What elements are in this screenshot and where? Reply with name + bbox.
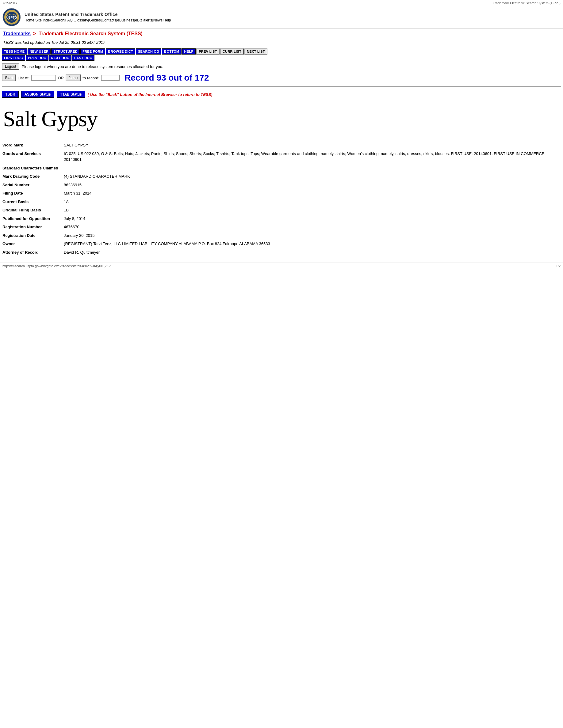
last-doc-button[interactable]: LAST DOC [72, 55, 94, 61]
search-og-button[interactable]: SEARCH OG [136, 48, 161, 55]
nav-home[interactable]: Home [25, 18, 34, 22]
assign-status-button[interactable]: ASSIGN Status [21, 91, 54, 98]
field-label: Current Basis [0, 198, 61, 206]
new-user-button[interactable]: NEW USER [28, 48, 51, 55]
field-value: 4676670 [61, 223, 563, 231]
table-row: Filing DateMarch 31, 2014 [0, 189, 563, 198]
field-label: Filing Date [0, 189, 61, 198]
table-row: Current Basis1A [0, 198, 563, 206]
bottom-button[interactable]: BOTTOM [162, 48, 181, 55]
prev-list-button[interactable]: PREV LIST [196, 48, 219, 55]
table-row: Original Filing Basis1B [0, 206, 563, 214]
table-row: Word MarkSALT GYPSY [0, 141, 563, 150]
nav-help[interactable]: Help [163, 18, 171, 22]
table-row: Registration Number4676670 [0, 223, 563, 231]
nav-contacts[interactable]: Contacts [102, 18, 116, 22]
field-label: Standard Characters Claimed [0, 164, 61, 173]
divider [2, 86, 561, 87]
toolbar-row2: FIRST DOC PREV DOC NEXT DOC LAST DOC [2, 55, 561, 61]
nav-site-index[interactable]: Site Index [35, 18, 51, 22]
uspto-logo: USPTO [2, 8, 21, 26]
table-row: Standard Characters Claimed [0, 164, 563, 173]
nav-guides[interactable]: Guides [89, 18, 101, 22]
field-label: Serial Number [0, 181, 61, 189]
field-label: Published for Opposition [0, 214, 61, 223]
field-label: Word Mark [0, 141, 61, 150]
table-row: Goods and ServicesIC 025, US 022 039, G … [0, 150, 563, 164]
tsdr-button[interactable]: TSDR [2, 91, 19, 98]
trademark-text: Salt Gypsy [3, 107, 97, 131]
breadcrumb-tess: Trademark Electronic Search System (TESS… [39, 31, 143, 36]
field-label: Goods and Services [0, 150, 61, 164]
curr-list-button[interactable]: CURR LIST [220, 48, 244, 55]
field-value: January 20, 2015 [61, 231, 563, 240]
table-row: Owner(REGISTRANT) Tarzt Teez, LLC LIMITE… [0, 240, 563, 248]
help-button[interactable]: HELP [182, 48, 196, 55]
table-row: Attorney of RecordDavid R. Quittmeyer [0, 248, 563, 257]
or-label: OR [58, 76, 64, 80]
table-row: Registration DateJanuary 20, 2015 [0, 231, 563, 240]
to-record-label: to record: [82, 76, 99, 80]
page-title: Trademark Electronic Search System (TESS… [493, 1, 561, 5]
nav-links: Home|Site Index|Search|FAQ|Glossary|Guid… [25, 18, 171, 22]
next-doc-button[interactable]: NEXT DOC [49, 55, 71, 61]
tess-updated-text: TESS was last updated on Tue Jul 25 05:3… [0, 39, 563, 47]
field-value: 1B [61, 206, 563, 214]
field-label: Owner [0, 240, 61, 248]
field-value: July 8, 2014 [61, 214, 563, 223]
table-row: Mark Drawing Code(4) STANDARD CHARACTER … [0, 172, 563, 181]
svg-text:USPTO: USPTO [6, 16, 17, 19]
prev-doc-button[interactable]: PREV DOC [26, 55, 48, 61]
breadcrumb: Trademarks > Trademark Electronic Search… [0, 28, 563, 39]
field-label: Mark Drawing Code [0, 172, 61, 181]
structured-button[interactable]: STRUCTURED [51, 48, 80, 55]
nav-glossary[interactable]: Glossary [74, 18, 88, 22]
ttab-status-button[interactable]: TTAB Status [57, 91, 85, 98]
first-doc-button[interactable]: FIRST DOC [2, 55, 25, 61]
browse-dict-button[interactable]: BROWSE DICT [106, 48, 135, 55]
agency-name: United States Patent and Trademark Offic… [25, 12, 171, 17]
field-value: David R. Quittmeyer [61, 248, 563, 257]
page-footer: http://tmsearch.uspto.gov/bin/gate.exe?f… [0, 263, 563, 269]
field-value: SALT GYPSY [61, 141, 563, 150]
field-label: Attorney of Record [0, 248, 61, 257]
nav-faq[interactable]: FAQ [65, 18, 73, 22]
breadcrumb-separator: > [32, 31, 37, 36]
nav-news[interactable]: News [153, 18, 162, 22]
field-label: Original Filing Basis [0, 206, 61, 214]
record-count: Record 93 out of 172 [124, 73, 209, 83]
start-button[interactable]: Start [2, 74, 16, 81]
breadcrumb-trademarks[interactable]: Trademarks [3, 31, 31, 36]
table-row: Published for OppositionJuly 8, 2014 [0, 214, 563, 223]
trademark-image: Salt Gypsy [0, 100, 563, 135]
logout-button[interactable]: Logout [2, 63, 19, 70]
tess-home-button[interactable]: TESS HOME [2, 48, 27, 55]
field-value: 1A [61, 198, 563, 206]
nav-search[interactable]: Search [53, 18, 64, 22]
list-at-input[interactable] [31, 75, 56, 81]
toolbar-row1: TESS HOME NEW USER STRUCTURED FREE FORM … [2, 48, 561, 55]
field-value: (REGISTRANT) Tarzt Teez, LLC LIMITED LIA… [61, 240, 563, 248]
next-list-button[interactable]: NEXT LIST [244, 48, 267, 55]
jump-button[interactable]: Jump [66, 74, 81, 81]
footer-url: http://tmsearch.uspto.gov/bin/gate.exe?f… [2, 264, 111, 268]
field-value: (4) STANDARD CHARACTER MARK [61, 172, 563, 181]
field-value: 86236915 [61, 181, 563, 189]
field-label: Registration Date [0, 231, 61, 240]
field-value [61, 164, 563, 173]
free-form-button[interactable]: FREE FORM [80, 48, 105, 55]
trademark-data-table: Word MarkSALT GYPSYGoods and ServicesIC … [0, 141, 563, 256]
field-label: Registration Number [0, 223, 61, 231]
field-value: IC 025, US 022 039, G & S: Belts; Hats; … [61, 150, 563, 164]
table-row: Serial Number86236915 [0, 181, 563, 189]
list-at-label: List At: [17, 76, 29, 80]
nav-ebusiness[interactable]: eBusiness [117, 18, 134, 22]
logout-message: Please logout when you are done to relea… [22, 64, 163, 69]
back-note: ( Use the "Back" button of the Internet … [88, 92, 212, 97]
footer-page: 1/2 [556, 264, 561, 268]
to-record-input[interactable] [101, 75, 120, 81]
field-value: March 31, 2014 [61, 189, 563, 198]
nav-ebiz-alerts[interactable]: eBiz alerts [135, 18, 152, 22]
date-label: 7/25/2017 [2, 1, 17, 5]
